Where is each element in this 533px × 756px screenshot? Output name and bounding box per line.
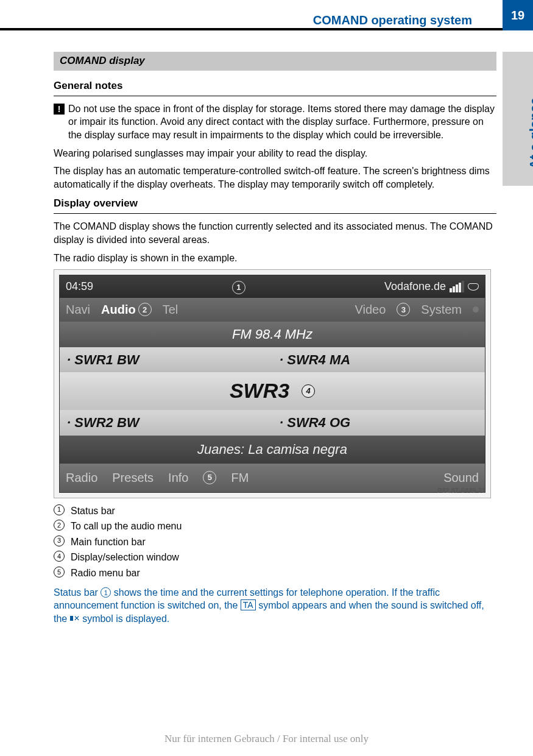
comand-screen: 04:59 1 Vodafone.de Navi Audio 2 Tel Vid… (59, 275, 485, 492)
page-header: COMAND operating system 19 (0, 0, 533, 30)
final-paragraph: Status bar 1 shows the time and the curr… (54, 586, 496, 626)
display-overview-heading: Display overview (54, 197, 496, 214)
menu-fm: FM (231, 470, 249, 486)
song-row: Juanes: La camisa negra (60, 436, 485, 464)
status-center: 1 (93, 279, 384, 294)
mute-icon (70, 614, 80, 623)
carrier-label: Vodafone.de (384, 279, 446, 294)
figure-caption: P82.87-6449-31 (437, 486, 485, 495)
legend-num-2: 2 (54, 520, 65, 531)
legend-num-1: 1 (54, 504, 65, 515)
signal-icon (450, 281, 464, 292)
general-notes-heading: General notes (54, 79, 496, 96)
station-top-right: · SWR4 MA (272, 347, 485, 373)
side-tab-label: At a glance (527, 97, 533, 169)
current-station: SWR3 (230, 377, 289, 405)
legend-row-2: 2 To call up the audio menu (54, 520, 496, 533)
legend-num-4: 4 (54, 551, 65, 562)
legend-text-2: To call up the audio menu (71, 520, 182, 533)
station-bottom-left: · SWR2 BW (60, 410, 272, 436)
phone-icon (468, 283, 479, 291)
legend-text-5: Radio menu bar (71, 567, 140, 580)
legend-row-5: 5 Radio menu bar (54, 567, 496, 580)
callout-2: 2 (138, 303, 152, 316)
legend-num-5: 5 (54, 567, 65, 578)
header-divider (0, 28, 503, 30)
status-time: 04:59 (66, 279, 93, 294)
header-title: COMAND operating system (313, 13, 472, 27)
final-callout-1: 1 (101, 587, 111, 598)
menu-info: Info (168, 470, 188, 486)
legend-row-1: 1 Status bar (54, 504, 496, 518)
frequency-label: FM 98.4 MHz (60, 322, 485, 347)
legend-text-1: Status bar (71, 504, 115, 518)
legend-text-4: Display/selection window (71, 551, 179, 564)
menu-presets: Presets (112, 470, 154, 486)
status-bar: 04:59 1 Vodafone.de (60, 275, 485, 298)
callout-5: 5 (203, 471, 216, 484)
current-station-row: SWR3 4 (60, 372, 485, 410)
warning-block: ! Do not use the space in front of the d… (54, 102, 496, 142)
para-temperature: The display has an automatic temperature… (54, 164, 496, 191)
final-para-a: Status bar (54, 587, 101, 598)
nav-video: Video (355, 302, 386, 318)
para-overview-2: The radio display is shown in the exampl… (54, 252, 496, 265)
content-area: COMAND display General notes ! Do not us… (54, 52, 496, 625)
legend-row-4: 4 Display/selection window (54, 551, 496, 564)
callout-3: 3 (397, 303, 410, 316)
ta-symbol: TA (241, 599, 256, 610)
callout-4: 4 (302, 384, 315, 398)
station-bottom-right: · SWR4 OG (272, 410, 485, 436)
legend-text-3: Main function bar (71, 535, 146, 549)
legend-num-3: 3 (54, 535, 65, 546)
final-para-d: symbol is displayed. (80, 613, 170, 624)
nav-navi: Navi (66, 302, 90, 318)
status-right: Vodafone.de (384, 279, 479, 294)
station-row-top: · SWR1 BW · SWR4 MA (60, 347, 485, 373)
warning-text: Do not use the space in front of the dis… (68, 102, 496, 142)
radio-menu-bar: Radio Presets Info 5 FM Sound (60, 464, 485, 492)
para-sunglasses: Wearing polarised sunglasses may impair … (54, 147, 496, 160)
menu-radio: Radio (66, 470, 97, 486)
legend-row-3: 3 Main function bar (54, 535, 496, 549)
figure-container: 04:59 1 Vodafone.de Navi Audio 2 Tel Vid… (54, 269, 491, 498)
legend: 1 Status bar 2 To call up the audio menu… (54, 504, 496, 580)
station-top-left: · SWR1 BW (60, 347, 272, 373)
para-overview-1: The COMAND display shows the function cu… (54, 220, 496, 246)
nav-dot-icon (473, 306, 479, 313)
nav-system: System (421, 302, 462, 318)
page-number: 19 (503, 0, 533, 30)
station-row-bottom: · SWR2 BW · SWR4 OG (60, 410, 485, 436)
nav-tel: Tel (163, 302, 178, 318)
main-function-bar: Navi Audio 2 Tel Video 3 System (60, 298, 485, 322)
warning-icon: ! (54, 104, 65, 115)
section-gray-heading: COMAND display (54, 52, 496, 71)
footer-text: Nur für internen Gebrauch / For internal… (0, 733, 533, 745)
callout-1: 1 (232, 281, 245, 294)
nav-audio: Audio (101, 302, 136, 318)
menu-sound: Sound (443, 470, 479, 486)
